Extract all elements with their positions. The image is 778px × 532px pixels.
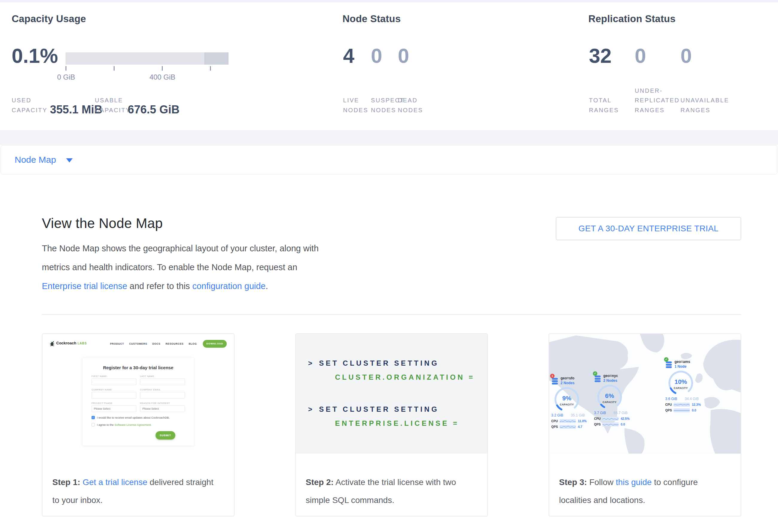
- section-gap: [0, 131, 778, 145]
- site-nav: PRODUCT CUSTOMERS DOCS RESOURCES BLOG: [110, 342, 197, 345]
- form-field: FIRST NAME: [91, 375, 136, 385]
- qps-value: 4.7: [578, 425, 582, 429]
- site-header: Cockroach LABS PRODUCT CUSTOMERS DOCS RE…: [50, 337, 227, 350]
- node-map-preview: 1 geo=sfo 2 Nodes 9% CAPACITY: [549, 334, 741, 454]
- this-guide-link[interactable]: this guide: [616, 477, 652, 487]
- axis-tick: [210, 66, 211, 71]
- capacity-usage-title: Capacity Usage: [12, 13, 86, 24]
- replication-status-title: Replication Status: [589, 13, 676, 24]
- get-trial-license-link[interactable]: Get a trial license: [83, 477, 147, 487]
- email-updates-text: I would like to receive email updates ab…: [97, 416, 170, 419]
- brand-suffix: LABS: [77, 342, 87, 345]
- capacity-bar-dark-segment: [204, 52, 229, 65]
- locality-nodes: 2 Nodes: [603, 379, 618, 383]
- capacity-percent: 10%: [665, 378, 696, 385]
- usable-capacity-value: 676.5 GiB: [128, 103, 179, 116]
- step-3-caption: Step 3: Follow this guide to configure l…: [549, 454, 741, 509]
- capacity-total: 65.7 GiB: [614, 411, 628, 415]
- step-2-label: Step 2:: [306, 477, 333, 487]
- unavailable-label: UNAVAILABLE RANGES: [681, 95, 725, 115]
- sql-setting-license: ENTERPRISE.LICENSE =: [308, 416, 487, 430]
- qps-sparkline: [674, 408, 690, 412]
- suspect-nodes-label: SUSPECT NODES: [371, 95, 401, 115]
- intro-text: and refer to this: [127, 281, 192, 291]
- axis-tick-label: 0 GiB: [57, 73, 75, 81]
- step-2-caption: Step 2: Activate the trial license with …: [296, 454, 487, 509]
- cpu-value: 12.3%: [692, 403, 701, 406]
- sql-line: >SET CLUSTER SETTING: [308, 402, 487, 416]
- cpu-label: CPU: [551, 419, 560, 423]
- cockroach-bug-icon: [50, 341, 55, 347]
- unavailable-count: 0: [681, 46, 692, 66]
- cpu-value: 42.5%: [621, 417, 630, 421]
- configuration-guide-link[interactable]: configuration guide: [192, 281, 265, 291]
- enterprise-trial-license-link[interactable]: Enterprise trial license: [42, 281, 127, 291]
- field-label: LAST NAME: [140, 375, 185, 378]
- map-marker-ams: ✓ geo=ams 1 Node 10% CAPACITY: [665, 360, 702, 412]
- top-strip: [0, 0, 778, 2]
- capacity-percent: 9%: [551, 395, 582, 402]
- capacity-total: 34.4 GiB: [685, 397, 699, 401]
- node-map-dropdown[interactable]: Node Map: [1, 145, 777, 174]
- intro-text: .: [265, 281, 268, 291]
- software-license-link: Software License Agreement.: [114, 423, 152, 427]
- chevron-down-icon: [66, 158, 73, 162]
- form-title: Register for a 30-day trial license: [91, 365, 185, 370]
- steps-cards-row: Cockroach LABS PRODUCT CUSTOMERS DOCS RE…: [42, 333, 741, 517]
- qps-label: QPS: [551, 425, 560, 429]
- axis-tick: [162, 66, 163, 71]
- live-nodes-label: LIVE NODES: [343, 95, 371, 115]
- cockroach-labs-logo: Cockroach LABS: [50, 341, 87, 347]
- step-3-card: 1 geo=sfo 2 Nodes 9% CAPACITY: [549, 333, 741, 517]
- agreement-pre: I agree to the: [97, 423, 114, 427]
- brand-name: Cockroach: [56, 341, 76, 345]
- form-field: REASON FOR INTERESTPlease Select: [140, 402, 185, 412]
- field-label: FIRST NAME: [91, 375, 136, 378]
- trial-license-form: Register for a 30-day trial license FIRS…: [83, 358, 194, 446]
- field-label: PROJECT PHASE: [91, 402, 136, 404]
- capacity-label: CAPACITY: [594, 401, 625, 404]
- live-nodes-count: 4: [343, 46, 355, 66]
- license-agreement-text: I agree to the Software License Agreemen…: [97, 423, 152, 427]
- form-field: COMPANY EMAIL: [140, 388, 185, 398]
- get-trial-button[interactable]: GET A 30-DAY ENTERPRISE TRIAL: [556, 217, 741, 240]
- caption-text: [80, 477, 83, 487]
- database-icon: [666, 362, 672, 369]
- first-name-input: [91, 379, 136, 385]
- sql-line: >SET CLUSTER SETTING: [308, 356, 487, 370]
- nav-item: CUSTOMERS: [129, 342, 147, 345]
- step-1-card: Cockroach LABS PRODUCT CUSTOMERS DOCS RE…: [42, 333, 235, 517]
- form-field: PROJECT PHASEPlease Select: [91, 402, 136, 412]
- locality-nodes: 2 Nodes: [560, 381, 574, 385]
- nav-item: DOCS: [152, 342, 160, 345]
- qps-label: QPS: [594, 423, 603, 426]
- capacity-percent: 0.1%: [12, 46, 58, 66]
- cpu-sparkline: [560, 419, 576, 423]
- field-label: COMPANY NAME: [91, 388, 136, 391]
- dead-nodes-count: 0: [398, 46, 409, 66]
- capacity-percent: 6%: [594, 392, 625, 399]
- axis-tick: [66, 66, 66, 71]
- node-status-title: Node Status: [342, 13, 401, 24]
- locality-name: geo=ams: [675, 360, 690, 364]
- qps-sparkline: [560, 425, 576, 429]
- map-marker-nyc: ✓ geo=nyc 2 Nodes 6% CAPACITY: [594, 374, 631, 427]
- locality-name: geo=nyc: [603, 374, 618, 378]
- step-1-label: Step 1:: [52, 477, 80, 487]
- cpu-label: CPU: [665, 403, 674, 406]
- sql-setting-organization: CLUSTER.ORGANIZATION =: [308, 370, 487, 384]
- total-ranges-label: TOTAL RANGES: [589, 95, 625, 115]
- capacity-gauge: 9% CAPACITY: [551, 386, 582, 412]
- suspect-nodes-count: 0: [371, 46, 382, 66]
- project-phase-select: Please Select: [91, 405, 136, 412]
- node-map-dropdown-label[interactable]: Node Map: [15, 155, 56, 165]
- field-label: REASON FOR INTEREST: [140, 402, 185, 404]
- database-icon: [552, 378, 558, 385]
- node-map-empty-state: View the Node Map The Node Map shows the…: [0, 174, 778, 517]
- license-agreement-row: I agree to the Software License Agreemen…: [91, 423, 185, 427]
- email-updates-row: ✓ I would like to receive email updates …: [91, 416, 185, 419]
- checkbox-empty-icon: [91, 423, 95, 427]
- capacity-used: 3.7 GiB: [594, 411, 606, 415]
- intro-text: The Node Map shows the geographical layo…: [42, 243, 319, 272]
- locality-nodes: 1 Node: [675, 365, 690, 369]
